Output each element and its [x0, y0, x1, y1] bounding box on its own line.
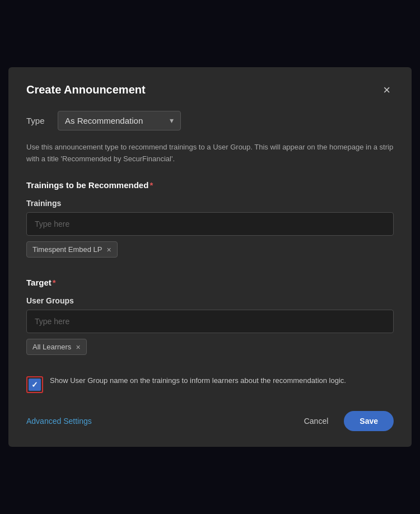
user-groups-input[interactable] — [26, 310, 394, 333]
target-section: Target* User Groups All Learners × — [26, 278, 394, 366]
user-groups-field-label: User Groups — [26, 296, 394, 305]
cancel-button[interactable]: Cancel — [295, 411, 338, 431]
modal-title: Create Announcement — [26, 83, 146, 96]
trainings-tag-label: Timespent Embed LP — [32, 245, 102, 254]
type-select-value: As Recommendation — [65, 116, 143, 125]
footer-buttons: Cancel Save — [295, 411, 394, 431]
required-asterisk: * — [150, 180, 153, 190]
create-announcement-modal: Create Announcement × Type As Recommenda… — [8, 67, 412, 447]
save-button[interactable]: Save — [344, 411, 394, 431]
checkbox-label: Show User Group name on the trainings to… — [50, 375, 346, 386]
user-groups-tag-label: All Learners — [32, 343, 71, 351]
checkbox-wrapper: ✓ — [26, 376, 43, 393]
target-section-title: Target* — [26, 278, 394, 287]
close-button[interactable]: × — [380, 83, 394, 97]
trainings-tag: Timespent Embed LP × — [26, 241, 118, 258]
checkmark-icon: ✓ — [31, 380, 38, 389]
type-row: Type As Recommendation ▾ — [26, 111, 394, 130]
chevron-down-icon: ▾ — [170, 116, 174, 125]
trainings-input[interactable] — [26, 212, 394, 236]
checkbox-row: ✓ Show User Group name on the trainings … — [26, 375, 394, 393]
type-label: Type — [26, 116, 49, 125]
trainings-tag-remove-button[interactable]: × — [107, 246, 111, 254]
type-select-dropdown[interactable]: As Recommendation ▾ — [58, 111, 181, 130]
user-groups-tag: All Learners × — [26, 339, 87, 355]
modal-header: Create Announcement × — [26, 83, 394, 97]
trainings-section: Trainings to be Recommended* Trainings T… — [26, 180, 394, 269]
trainings-section-title: Trainings to be Recommended* — [26, 180, 394, 190]
user-groups-tag-remove-button[interactable]: × — [76, 343, 80, 351]
announcement-description: Use this announcement type to recommend … — [26, 142, 394, 165]
advanced-settings-link[interactable]: Advanced Settings — [26, 417, 92, 426]
target-required-asterisk: * — [53, 278, 56, 287]
trainings-field-label: Trainings — [26, 199, 394, 208]
show-user-group-checkbox[interactable]: ✓ — [29, 379, 41, 391]
modal-footer: Advanced Settings Cancel Save — [26, 406, 394, 431]
modal-overlay: Create Announcement × Type As Recommenda… — [0, 0, 420, 514]
